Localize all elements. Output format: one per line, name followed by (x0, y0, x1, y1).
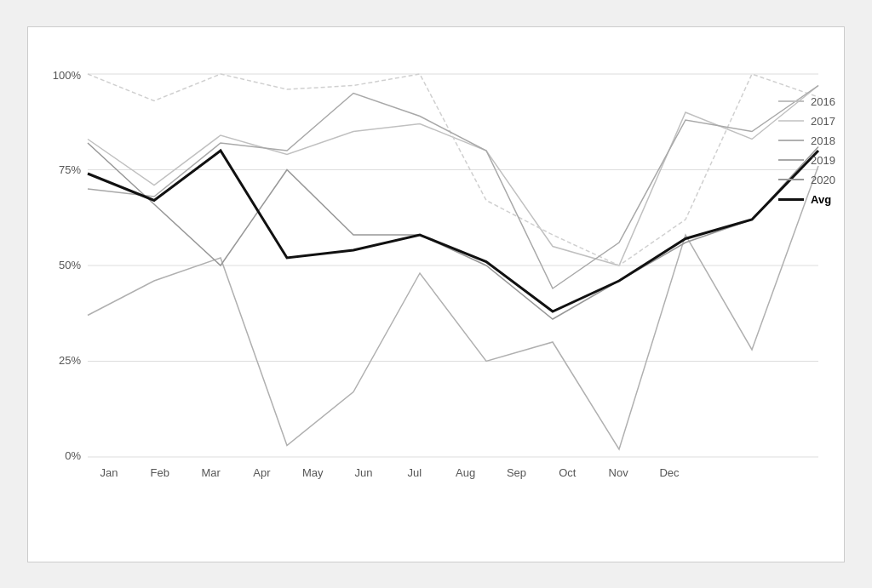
chart-svg (88, 70, 827, 461)
chart-area: 100%75%50%25%0% 20162017201820192020Avg (45, 70, 827, 461)
x-axis-label: Dec (648, 466, 691, 479)
legend-item: 2017 (778, 115, 835, 128)
chart-plot-area (88, 70, 827, 461)
y-axis-label: 75% (59, 164, 81, 175)
legend-label: 2017 (811, 115, 835, 128)
x-axis-label: Feb (139, 466, 181, 479)
y-axis-label: 0% (65, 450, 81, 461)
chart-container: 100%75%50%25%0% 20162017201820192020Avg … (27, 26, 845, 562)
legend-item: Avg (778, 193, 835, 206)
legend-item: 2018 (778, 134, 835, 147)
series-line-2016 (88, 85, 818, 265)
legend-line (778, 100, 804, 102)
series-line-2019 (88, 85, 818, 288)
legend-label: Avg (811, 193, 831, 206)
legend-line (778, 120, 804, 122)
x-axis-label: Mar (190, 466, 232, 479)
legend-line (778, 179, 804, 180)
legend-line (778, 140, 804, 141)
legend-label: 2018 (811, 134, 835, 147)
legend-item: 2020 (778, 174, 835, 186)
x-axis-label: Jul (393, 466, 436, 479)
y-axis-label: 100% (53, 70, 81, 81)
legend-item: 2016 (778, 95, 835, 108)
legend-label: 2020 (811, 174, 835, 186)
legend-label: 2016 (811, 95, 835, 108)
x-axis-label: Sep (496, 466, 538, 479)
x-axis-label: May (291, 466, 334, 479)
x-axis-label: Jan (88, 466, 130, 479)
legend-line (778, 198, 804, 201)
x-axis-label: Jun (342, 466, 385, 479)
legend-label: 2019 (811, 154, 835, 167)
y-axis-label: 25% (59, 355, 81, 366)
legend: 20162017201820192020Avg (778, 95, 835, 206)
x-axis-label: Nov (597, 466, 640, 479)
y-axis: 100%75%50%25%0% (45, 70, 88, 461)
series-line-2018 (88, 166, 818, 449)
x-axis-label: Aug (445, 466, 487, 479)
legend-line (778, 159, 804, 161)
legend-item: 2019 (778, 154, 835, 167)
x-axis-labels: JanFebMarAprMayJunJulAugSepOctNovDec (88, 466, 691, 479)
x-axis-label: Oct (546, 466, 588, 479)
x-axis-label: Apr (240, 466, 283, 479)
y-axis-label: 50% (59, 260, 81, 271)
series-line-avg (88, 151, 818, 311)
